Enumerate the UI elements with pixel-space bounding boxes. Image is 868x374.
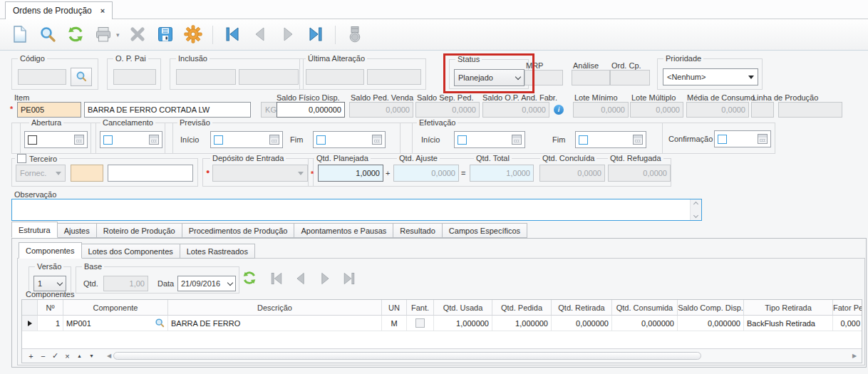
new-button[interactable] xyxy=(10,25,30,45)
tab-apontamentos-e-pausas[interactable]: Apontamentos e Pausas xyxy=(294,223,393,238)
cell-un[interactable]: M xyxy=(382,316,407,331)
cancel-edit-button[interactable]: × xyxy=(61,350,73,362)
cell-tipo-retirada[interactable]: BackFlush Retirada xyxy=(744,316,833,331)
version-previous-button[interactable] xyxy=(292,271,309,288)
tab-ordens-de-producao[interactable]: Ordens de Produção × xyxy=(5,1,113,19)
codigo-search-button[interactable] xyxy=(71,68,92,86)
calendar-icon[interactable] xyxy=(512,135,522,145)
prioridade-select[interactable]: <Nenhum> xyxy=(663,68,758,85)
move-up-button[interactable]: ▲ xyxy=(73,350,86,362)
saldo-fisico-input[interactable] xyxy=(277,102,345,118)
col-qtd-pedida[interactable]: Qtd. Pedida xyxy=(492,300,552,315)
base-data-select[interactable]: 21/09/2016 xyxy=(177,276,236,291)
save-button[interactable] xyxy=(155,25,175,45)
scroll-left-icon[interactable]: ◀ xyxy=(105,353,113,359)
previsao-fim-checkbox[interactable] xyxy=(316,135,326,145)
subtab-lotes-rastreados[interactable]: Lotes Rastreados xyxy=(180,244,255,259)
stamp-button[interactable] xyxy=(345,25,365,45)
print-button[interactable] xyxy=(93,25,113,45)
terceiro-name-input[interactable] xyxy=(108,165,193,182)
col-tipo-retirada[interactable]: Tipo Retirada xyxy=(744,300,833,315)
version-last-button[interactable] xyxy=(341,271,358,288)
calendar-icon[interactable] xyxy=(372,135,382,145)
nav-previous-button[interactable] xyxy=(250,25,270,45)
calendar-icon[interactable] xyxy=(633,135,643,145)
info-icon[interactable]: i xyxy=(554,105,564,115)
calendar-icon[interactable] xyxy=(269,135,279,145)
remove-row-button[interactable]: − xyxy=(37,350,49,362)
col-un[interactable]: UN xyxy=(382,300,407,315)
terceiro-code-input[interactable] xyxy=(71,165,103,182)
row-selector-cell[interactable] xyxy=(22,316,38,331)
abertura-date-field[interactable] xyxy=(24,131,88,148)
efetivacao-inicio-date-field[interactable] xyxy=(454,131,525,148)
col-numero[interactable]: Nº xyxy=(38,300,63,315)
subtab-lotes-dos-componentes[interactable]: Lotes dos Componentes xyxy=(81,244,180,259)
refresh-button[interactable] xyxy=(66,25,86,45)
col-componente[interactable]: Componente xyxy=(63,300,168,315)
versao-select[interactable]: 1 xyxy=(33,276,66,291)
scroll-up-icon[interactable] xyxy=(693,202,698,207)
cell-fator-pe[interactable]: 0,000 xyxy=(833,316,862,331)
cell-numero[interactable]: 1 xyxy=(38,316,63,331)
calendar-icon[interactable] xyxy=(758,134,768,144)
nav-next-button[interactable] xyxy=(278,25,298,45)
observacao-scrollbar[interactable] xyxy=(690,199,701,220)
confirm-edit-button[interactable]: ✓ xyxy=(49,350,61,362)
print-dropdown-icon[interactable]: ▾ xyxy=(116,31,120,38)
efetivacao-inicio-checkbox[interactable] xyxy=(458,135,467,145)
col-fator-pe[interactable]: Fator Pe xyxy=(833,300,862,315)
col-qtd-consumida[interactable]: Qtd. Consumida xyxy=(612,300,678,315)
version-next-button[interactable] xyxy=(316,271,334,288)
tab-roteiro-de-producao[interactable]: Roteiro de Produção xyxy=(96,223,182,238)
col-fant[interactable]: Fant. xyxy=(407,300,434,315)
nav-first-button[interactable] xyxy=(222,25,242,45)
close-tab-icon[interactable]: × xyxy=(100,6,105,15)
qtd-ajuste-input[interactable] xyxy=(393,165,459,182)
table-row[interactable]: 1 MP001 BARRA DE FERRO M 1,000000 1,0000… xyxy=(22,316,862,331)
tab-ajustes[interactable]: Ajustes xyxy=(57,223,97,238)
cell-saldo-comp-disp[interactable]: 0,000000 xyxy=(678,316,744,331)
observacao-input[interactable] xyxy=(12,199,690,220)
item-description-input[interactable] xyxy=(84,102,251,118)
version-first-button[interactable] xyxy=(268,271,285,288)
move-down-button[interactable]: ▼ xyxy=(86,350,98,362)
cell-componente[interactable]: MP001 xyxy=(63,316,168,331)
tab-estrutura[interactable]: Estrutura xyxy=(11,222,58,238)
magnifier-icon[interactable] xyxy=(155,318,165,329)
qtd-planejada-input[interactable] xyxy=(318,165,383,182)
previsao-inicio-date-field[interactable] xyxy=(210,131,283,148)
search-button[interactable] xyxy=(38,25,58,45)
item-code-input[interactable] xyxy=(17,102,81,118)
cancelamento-date-field[interactable] xyxy=(100,131,162,148)
efetivacao-fim-date-field[interactable] xyxy=(575,131,646,148)
scrollbar-thumb[interactable] xyxy=(113,352,701,360)
tab-campos-especificos[interactable]: Campos Específicos xyxy=(442,223,527,238)
col-qtd-usada[interactable]: Qtd. Usada xyxy=(434,300,492,315)
calendar-icon[interactable] xyxy=(74,135,84,145)
subtab-componentes[interactable]: Componentes xyxy=(19,242,82,259)
cell-qtd-pedida[interactable]: 1,000000 xyxy=(492,316,552,331)
status-select[interactable]: Planejado xyxy=(454,69,525,86)
col-saldo-comp-disp[interactable]: Saldo Comp. Disp. xyxy=(678,300,744,315)
cell-qtd-usada[interactable]: 1,000000 xyxy=(434,316,492,331)
scroll-down-icon[interactable] xyxy=(693,213,698,218)
calendar-icon[interactable] xyxy=(149,135,159,145)
tab-procedimentos-de-producao[interactable]: Procedimentos de Produção xyxy=(182,223,295,238)
recalculate-button[interactable] xyxy=(241,270,258,287)
fant-checkbox[interactable] xyxy=(415,318,425,328)
cell-qtd-consumida[interactable]: 0,000000 xyxy=(612,316,678,331)
col-descricao[interactable]: Descrição xyxy=(168,300,382,315)
tab-resultado[interactable]: Resultado xyxy=(393,223,443,238)
col-qtd-retirada[interactable]: Qtd. Retirada xyxy=(552,300,612,315)
add-row-button[interactable]: + xyxy=(25,350,37,362)
previsao-fim-date-field[interactable] xyxy=(313,131,386,148)
terceiro-checkbox[interactable] xyxy=(17,154,26,163)
scroll-right-icon[interactable]: ▶ xyxy=(850,353,859,359)
cell-fant[interactable] xyxy=(407,316,434,331)
cancelamento-checkbox[interactable] xyxy=(103,135,113,145)
previsao-inicio-checkbox[interactable] xyxy=(214,135,223,145)
horizontal-scrollbar[interactable]: ◀ ▶ xyxy=(105,350,859,361)
efetivacao-fim-checkbox[interactable] xyxy=(579,135,588,145)
cell-qtd-retirada[interactable]: 0,000000 xyxy=(552,316,612,331)
